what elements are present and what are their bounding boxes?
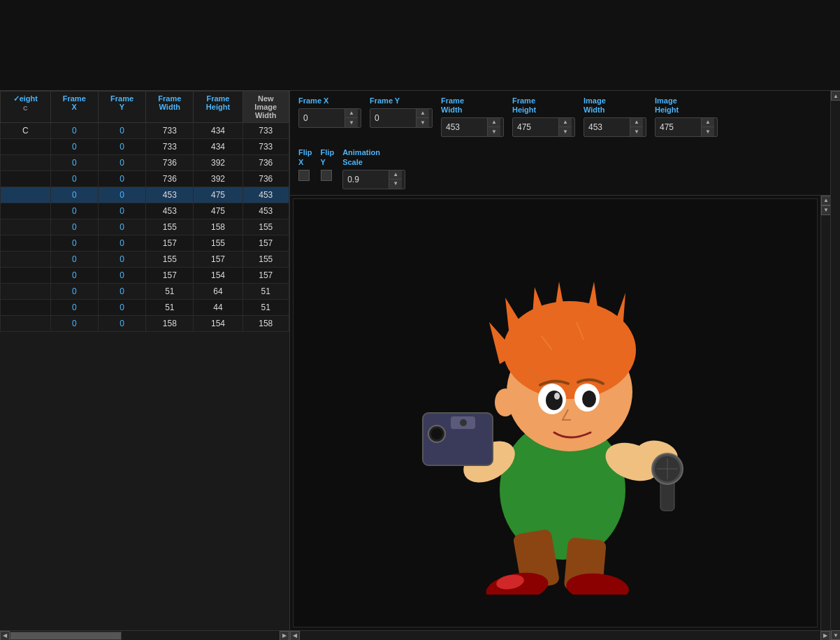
animation-scale-input[interactable]: 0.9 ▲ ▼ <box>342 170 405 189</box>
image-width-up[interactable]: ▲ <box>630 118 643 127</box>
image-scroll-down[interactable]: ▼ <box>821 205 830 215</box>
frame-y-label: Frame Y <box>370 96 433 106</box>
frame-width-spinners: ▲ ▼ <box>487 118 500 136</box>
image-width-down[interactable]: ▼ <box>630 127 643 136</box>
row-check <box>1 139 51 155</box>
frame-width-group: FrameWidth 453 ▲ ▼ <box>441 96 504 137</box>
svg-point-32 <box>582 391 596 407</box>
animation-scale-down[interactable]: ▼ <box>389 180 402 189</box>
left-panel: ✓eightC FrameX FrameY FrameWidth FrameHe… <box>0 91 290 640</box>
frame-x-down[interactable]: ▼ <box>345 118 358 127</box>
outer-vscrollbar[interactable]: ▲ ▼ <box>830 91 840 640</box>
image-width-spinners: ▲ ▼ <box>630 118 643 136</box>
animation-scale-label: AnimationScale <box>342 148 405 166</box>
image-height-field[interactable]: 475 <box>656 121 701 133</box>
image-height-down[interactable]: ▼ <box>702 127 714 136</box>
table-row[interactable]: 00157155157 <box>1 235 289 252</box>
table-row[interactable]: 00155157155 <box>1 252 289 268</box>
image-width-group: ImageWidth 453 ▲ ▼ <box>584 96 646 137</box>
table-row[interactable]: 00516451 <box>1 284 289 300</box>
animation-scale-field[interactable]: 0.9 <box>343 173 389 186</box>
image-scroll-right[interactable]: ▶ <box>820 631 830 641</box>
scroll-left-btn[interactable]: ◀ <box>0 631 10 641</box>
flip-y-group: FlipY <box>321 148 335 180</box>
table-row[interactable]: 00453475453 <box>1 187 289 203</box>
frame-height-up[interactable]: ▲ <box>559 118 572 127</box>
table-container[interactable]: ✓eightC FrameX FrameY FrameWidth FrameHe… <box>0 91 289 630</box>
image-hscroll-track[interactable] <box>300 631 820 641</box>
hscroll-thumb[interactable] <box>10 632 122 640</box>
col-new-width: NewImageWidth <box>242 92 289 123</box>
animation-scale-spinners: ▲ ▼ <box>389 170 402 189</box>
row-check <box>1 300 51 316</box>
table-row[interactable]: C00733434733 <box>1 123 289 139</box>
hscroll-track[interactable] <box>10 631 280 641</box>
frame-y-down[interactable]: ▼ <box>417 118 429 127</box>
frame-width-input[interactable]: 453 ▲ ▼ <box>441 117 504 137</box>
col-check: ✓eightC <box>1 92 51 123</box>
frame-width-up[interactable]: ▲ <box>488 118 500 127</box>
frame-height-field[interactable]: 475 <box>513 121 558 133</box>
row-check <box>1 235 51 252</box>
flip-x-container <box>298 170 312 181</box>
frame-y-group: Frame Y 0 ▲ ▼ <box>370 96 433 128</box>
row-check <box>1 268 51 284</box>
table-row[interactable]: 00736392736 <box>1 171 289 187</box>
frame-x-field[interactable]: 0 <box>299 112 345 124</box>
flip-x-checkbox[interactable] <box>298 170 310 181</box>
frame-width-field[interactable]: 453 <box>442 121 487 133</box>
table-row[interactable]: 00157154157 <box>1 268 289 284</box>
svg-point-31 <box>546 391 563 410</box>
col-frame-height: FrameHeight <box>194 92 242 123</box>
flip-y-checkbox[interactable] <box>321 170 332 181</box>
image-width-field[interactable]: 453 <box>584 121 630 133</box>
flip-x-label: FlipX <box>298 148 312 166</box>
table-row[interactable]: 00514451 <box>1 300 289 316</box>
table-row[interactable]: 00155158155 <box>1 219 289 235</box>
row-check <box>1 252 51 268</box>
image-hscrollbar[interactable]: ◀ ▶ <box>290 630 830 640</box>
frame-height-spinners: ▲ ▼ <box>558 118 572 136</box>
image-vscroll[interactable]: ▲ ▼ <box>820 196 830 630</box>
image-width-label: ImageWidth <box>584 96 646 115</box>
frame-width-down[interactable]: ▼ <box>488 127 500 136</box>
frame-height-input[interactable]: 475 ▲ ▼ <box>512 117 575 137</box>
controls-area: Frame X 0 ▲ ▼ Frame Y 0 ▲ ▼ <box>290 91 830 196</box>
frame-x-label: Frame X <box>298 96 361 106</box>
image-scroll-up[interactable]: ▲ <box>821 196 830 205</box>
svg-point-13 <box>460 419 467 426</box>
frame-y-field[interactable]: 0 <box>370 112 416 124</box>
image-width-input[interactable]: 453 ▲ ▼ <box>584 117 646 137</box>
scroll-right-btn[interactable]: ▶ <box>280 631 289 641</box>
image-height-label: ImageHeight <box>655 96 718 115</box>
frame-y-input[interactable]: 0 ▲ ▼ <box>370 108 433 128</box>
frame-x-input[interactable]: 0 ▲ ▼ <box>298 108 361 128</box>
frame-height-down[interactable]: ▼ <box>559 127 572 136</box>
frame-y-up[interactable]: ▲ <box>417 109 429 118</box>
table-row[interactable]: 00736392736 <box>1 155 289 171</box>
character-svg <box>381 231 730 595</box>
frame-x-spinners: ▲ ▼ <box>345 109 358 127</box>
row-check <box>1 187 51 203</box>
horizontal-scrollbar[interactable]: ◀ ▶ <box>0 630 289 640</box>
top-bar <box>0 0 840 91</box>
frame-x-up[interactable]: ▲ <box>345 109 358 118</box>
outer-scroll-down[interactable]: ▼ <box>831 630 840 640</box>
row-check <box>1 203 51 219</box>
frame-y-spinners: ▲ ▼ <box>416 109 429 127</box>
frames-table: ✓eightC FrameX FrameY FrameWidth FrameHe… <box>0 91 289 332</box>
table-row[interactable]: 00733434733 <box>1 139 289 155</box>
character-preview <box>293 198 818 627</box>
frame-x-group: Frame X 0 ▲ ▼ <box>298 96 361 128</box>
image-height-up[interactable]: ▲ <box>702 118 714 127</box>
image-height-group: ImageHeight 475 ▲ ▼ <box>655 96 718 137</box>
table-row[interactable]: 00158154158 <box>1 316 289 332</box>
flip-y-container <box>321 170 335 181</box>
outer-scroll-up[interactable]: ▲ <box>831 91 840 101</box>
row-check <box>1 219 51 235</box>
flip-x-group: FlipX <box>298 148 312 180</box>
image-height-input[interactable]: 475 ▲ ▼ <box>655 117 718 137</box>
image-scroll-left[interactable]: ◀ <box>290 631 300 641</box>
table-row[interactable]: 00453475453 <box>1 203 289 219</box>
animation-scale-up[interactable]: ▲ <box>389 170 402 180</box>
